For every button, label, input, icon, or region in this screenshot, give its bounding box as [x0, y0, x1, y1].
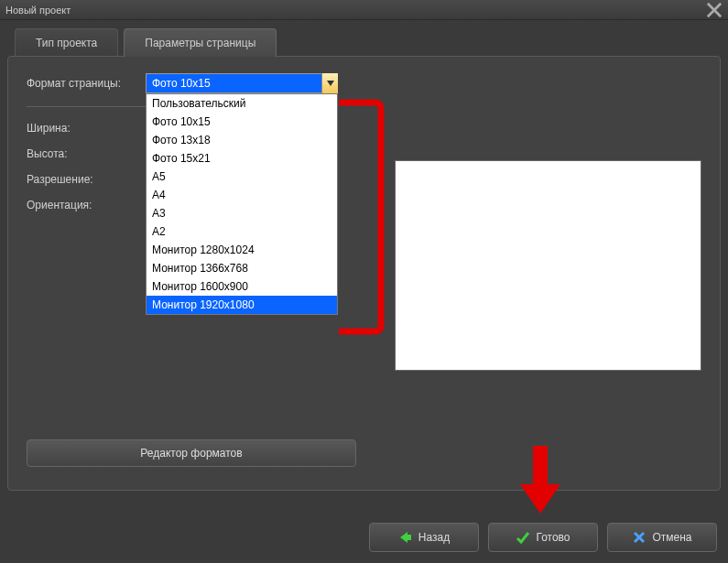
- svg-marker-3: [400, 532, 411, 543]
- width-label: Ширина:: [27, 122, 146, 135]
- tab-bar: Тип проекта Параметры страницы: [15, 27, 721, 56]
- tab-project-type[interactable]: Тип проекта: [15, 28, 118, 57]
- dropdown-item[interactable]: A3: [147, 204, 337, 222]
- dropdown-item[interactable]: A2: [147, 222, 337, 241]
- page-params-panel: Формат страницы: Фото 10x15 Пользователь…: [7, 56, 721, 491]
- cancel-button[interactable]: Отмена: [607, 523, 717, 552]
- tab-page-params[interactable]: Параметры страницы: [124, 28, 277, 57]
- page-format-label: Формат страницы:: [27, 77, 146, 90]
- format-editor-button[interactable]: Редактор форматов: [27, 439, 356, 467]
- check-icon: [516, 530, 530, 545]
- resolution-label: Разрешение:: [27, 173, 146, 186]
- dropdown-item[interactable]: Монитор 1280x1024: [147, 241, 337, 259]
- back-button-label: Назад: [418, 531, 450, 544]
- dropdown-item[interactable]: Фото 10x15: [147, 113, 337, 131]
- page-format-combo[interactable]: Фото 10x15 ПользовательскийФото 10x15Фот…: [146, 73, 338, 93]
- dropdown-item[interactable]: Монитор 1600x900: [147, 277, 337, 296]
- dropdown-item[interactable]: A5: [147, 168, 337, 186]
- height-label: Высота:: [27, 147, 146, 160]
- arrow-left-icon: [398, 530, 413, 545]
- svg-marker-2: [327, 81, 334, 86]
- window-title: Новый проект: [5, 5, 706, 16]
- dropdown-item[interactable]: A4: [147, 186, 337, 204]
- done-button-label: Готово: [536, 531, 570, 544]
- combo-selected-value[interactable]: Фото 10x15: [146, 73, 338, 93]
- orientation-label: Ориентация:: [27, 199, 146, 211]
- dropdown-item[interactable]: Фото 13x18: [147, 131, 337, 149]
- close-icon[interactable]: [706, 3, 723, 17]
- dropdown-item[interactable]: Фото 15x21: [147, 149, 337, 168]
- dropdown-item[interactable]: Пользовательский: [147, 94, 337, 113]
- dropdown-item[interactable]: Монитор 1366x768: [147, 259, 337, 277]
- titlebar: Новый проект: [0, 0, 728, 20]
- cancel-button-label: Отмена: [652, 531, 691, 544]
- x-icon: [632, 530, 647, 545]
- page-preview: [395, 160, 701, 371]
- back-button[interactable]: Назад: [369, 523, 479, 552]
- footer-buttons: Назад Готово Отмена: [369, 523, 717, 552]
- page-format-dropdown[interactable]: ПользовательскийФото 10x15Фото 13x18Фото…: [146, 93, 338, 315]
- dropdown-item[interactable]: Монитор 1920x1080: [147, 296, 337, 314]
- chevron-down-icon[interactable]: [321, 73, 338, 93]
- done-button[interactable]: Готово: [488, 523, 598, 552]
